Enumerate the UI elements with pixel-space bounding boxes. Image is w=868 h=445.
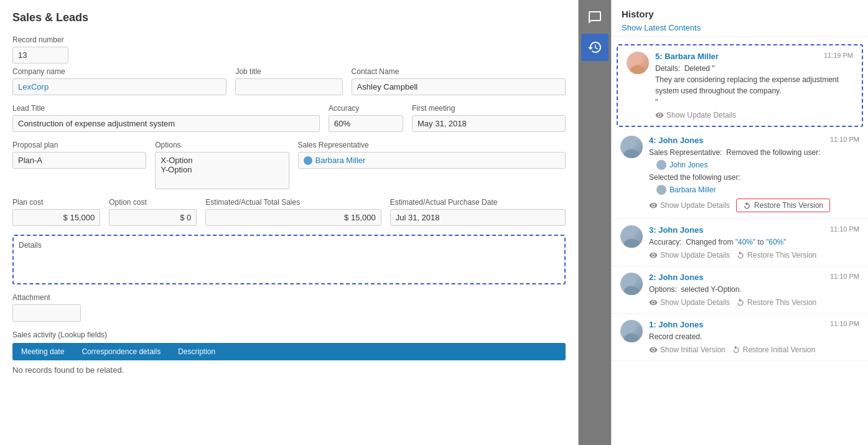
plan-cost-input[interactable] [12, 209, 100, 226]
sales-rep-col: Sales Representative Barbara Miller [298, 141, 566, 189]
history-content-1: 1: John Jones 11:10 PM Record created. S… [649, 320, 859, 354]
svg-point-6 [627, 276, 636, 285]
plan-cost-col: Plan cost [12, 198, 100, 226]
show-latest-link[interactable]: Show Latest Contents [622, 23, 701, 32]
options-col: Options X-Option Y-Option [155, 141, 289, 189]
history-text-4: Sales Representative: Removed the follow… [649, 147, 859, 195]
eye-icon-5 [655, 111, 664, 119]
history-panel: History Show Latest Contents 5: Barbara … [611, 0, 868, 445]
sales-rep-input[interactable]: Barbara Miller [298, 152, 566, 169]
company-row: Company name Job title Contact Name [12, 67, 566, 95]
option-x: X-Option [161, 156, 283, 165]
first-meeting-input[interactable] [412, 115, 566, 132]
accuracy-col: Accuracy [329, 104, 403, 132]
avatar-female-icon [627, 52, 649, 74]
est-date-input[interactable] [390, 209, 566, 226]
restore-initial-1[interactable]: Restore Initial Version [732, 345, 816, 354]
no-records-text: No records found to be related. [12, 365, 566, 375]
show-initial-1[interactable]: Show Initial Version [649, 345, 726, 354]
contact-name-label: Contact Name [352, 67, 566, 76]
avatar-male-icon-1 [620, 320, 643, 342]
company-name-input[interactable] [12, 78, 226, 95]
restore-link-2[interactable]: Restore This Version [736, 298, 816, 307]
chat-icon-btn[interactable] [581, 4, 609, 31]
selected-name-4[interactable]: Barbara Miller [670, 184, 716, 195]
show-update-2[interactable]: Show Update Details [649, 298, 730, 307]
avatar-3 [620, 225, 643, 248]
est-total-input[interactable] [205, 209, 381, 226]
history-user-3[interactable]: 3: John Jones [649, 225, 703, 235]
removed-avatar-4 [656, 160, 666, 170]
restore-icon-2 [736, 298, 745, 307]
from-val-3: "40%" [735, 238, 756, 246]
proposal-plan-input[interactable] [12, 152, 146, 169]
to-val-3: "60%" [766, 238, 786, 246]
removed-name-4[interactable]: John Jones [670, 159, 707, 171]
record-number-input[interactable] [12, 47, 68, 63]
eye-icon-1 [649, 345, 658, 354]
history-actions-3: Show Update Details Restore This Version [649, 251, 859, 260]
job-title-label: Job title [235, 67, 342, 76]
attachment-box[interactable] [12, 304, 81, 322]
avatar-2 [620, 273, 643, 295]
attachment-label: Attachment [12, 293, 566, 302]
avatar-1 [620, 320, 643, 342]
history-meta-2: 2: John Jones 11:10 PM [649, 273, 859, 282]
restore-icon-1 [732, 345, 740, 354]
show-update-5[interactable]: Show Update Details [655, 111, 736, 119]
first-meeting-col: First meeting [412, 104, 566, 132]
details-label: Details [19, 241, 559, 250]
record-number-label: Record number [12, 35, 566, 44]
svg-point-2 [627, 139, 636, 148]
history-content-5: 5: Barbara Miller 11:19 PM Details: Dele… [655, 52, 853, 119]
history-user-5[interactable]: 5: Barbara Miller [655, 52, 719, 61]
show-update-4[interactable]: Show Update Details [649, 201, 730, 210]
lead-title-input[interactable] [12, 115, 320, 132]
option-cost-input[interactable] [109, 209, 197, 226]
est-date-col: Estimated/Actual Purchase Date [390, 198, 566, 226]
history-meta-4: 4: John Jones 11:10 PM [649, 136, 859, 145]
restore-icon-4 [743, 202, 751, 210]
selected-user-4: Barbara Miller [656, 184, 859, 195]
history-user-2[interactable]: 2: John Jones [649, 273, 703, 282]
lead-title-row: Lead Title Accuracy First meeting [12, 104, 566, 132]
history-icon-btn[interactable] [581, 34, 609, 61]
history-time-4: 11:10 PM [830, 136, 859, 143]
lookup-section: Sales activity (Lookup fields) Meeting d… [12, 330, 566, 375]
history-user-4[interactable]: 4: John Jones [649, 136, 703, 145]
est-total-label: Estimated/Actual Total Sales [205, 198, 381, 207]
job-title-input[interactable] [235, 78, 342, 95]
history-text-1: Record created. [649, 331, 859, 342]
contact-name-input[interactable] [352, 78, 566, 95]
show-update-3[interactable]: Show Update Details [649, 251, 730, 260]
restore-btn-4[interactable]: Restore This Version [736, 199, 830, 212]
history-header: History Show Latest Contents [612, 0, 868, 37]
attachment-section: Attachment [12, 293, 566, 322]
lookup-tabs: Meeting date Correspondence details Desc… [12, 343, 566, 360]
restore-icon-3 [736, 251, 745, 260]
history-user-1[interactable]: 1: John Jones [649, 320, 703, 329]
eye-icon-4 [649, 201, 658, 210]
sales-rep-avatar-icon [304, 156, 312, 165]
tab-correspondence[interactable]: Correspondence details [73, 343, 169, 360]
history-list: 5: Barbara Miller 11:19 PM Details: Dele… [612, 37, 868, 445]
contact-name-col: Contact Name [352, 67, 566, 95]
history-item-3: 3: John Jones 11:10 PM Accuracy: Changed… [612, 219, 868, 266]
sidebar-icons [579, 0, 611, 445]
tab-description[interactable]: Description [169, 343, 224, 360]
details-box[interactable]: Details [12, 235, 566, 284]
restore-link-3[interactable]: Restore This Version [736, 251, 816, 260]
svg-point-1 [630, 65, 645, 74]
history-title: History [622, 9, 858, 19]
history-time-1: 11:10 PM [830, 320, 859, 327]
accuracy-input[interactable] [329, 115, 403, 132]
history-text-2: Options: selected Y-Option. [649, 284, 859, 295]
removed-user-4: John Jones [656, 159, 859, 171]
first-meeting-label: First meeting [412, 104, 566, 113]
tab-meeting-date[interactable]: Meeting date [12, 343, 73, 360]
lookup-title: Sales activity (Lookup fields) [12, 330, 566, 339]
company-col: Company name [12, 67, 226, 95]
main-panel: Sales & Leads Record number Company name… [0, 0, 579, 445]
history-content-3: 3: John Jones 11:10 PM Accuracy: Changed… [649, 225, 859, 260]
avatar-male-icon-4 [620, 136, 643, 158]
